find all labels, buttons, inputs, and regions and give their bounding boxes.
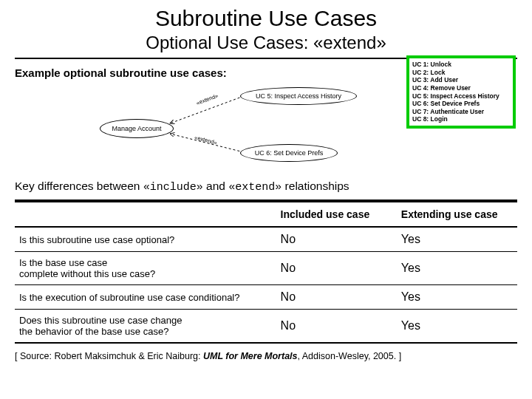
- included-answer: No: [276, 227, 397, 252]
- included-answer: No: [276, 252, 397, 285]
- extending-answer: Yes: [397, 310, 517, 344]
- uc-legend-item: UC 2: Lock: [412, 69, 510, 77]
- question-cell: Is the execution of subroutine use case …: [15, 285, 276, 310]
- slide-subtitle: Optional Use Cases: «extend»: [15, 33, 517, 53]
- extend-label: «extend»: [194, 134, 217, 146]
- table-row: Is this subroutine use case optional?NoY…: [15, 227, 517, 252]
- uc-legend-item: UC 1: Unlock: [412, 61, 510, 69]
- question-cell: Is the base use case complete without th…: [15, 252, 276, 285]
- key-differences-heading: Key differences between «include» and «e…: [15, 180, 517, 194]
- table-row: Does this subroutine use case change the…: [15, 310, 517, 344]
- use-case-ext1: UC 5: Inspect Access History: [240, 87, 357, 105]
- table-row: Is the base use case complete without th…: [15, 252, 517, 285]
- use-case-diagram: «extend» «extend» Manage Account UC 5: I…: [15, 83, 517, 172]
- extending-answer: Yes: [397, 252, 517, 285]
- col-question: [15, 201, 276, 227]
- included-answer: No: [276, 310, 397, 344]
- question-cell: Does this subroutine use case change the…: [15, 310, 276, 344]
- extending-answer: Yes: [397, 285, 517, 310]
- comparison-table-body: Is this subroutine use case optional?NoY…: [15, 227, 517, 343]
- extending-answer: Yes: [397, 227, 517, 252]
- question-cell: Is this subroutine use case optional?: [15, 227, 276, 252]
- col-included: Included use case: [276, 201, 397, 227]
- use-case-ext2: UC 6: Set Device Prefs: [240, 144, 338, 162]
- col-extending: Extending use case: [397, 201, 517, 227]
- source-citation: [ Source: Robert Maksimchuk & Eric Naibu…: [15, 351, 517, 361]
- table-row: Is the execution of subroutine use case …: [15, 285, 517, 310]
- included-answer: No: [276, 285, 397, 310]
- comparison-table: Included use case Extending use case Is …: [15, 200, 517, 344]
- use-case-base: Manage Account: [100, 119, 174, 138]
- slide-title: Subroutine Use Cases: [15, 6, 517, 31]
- extend-label: «extend»: [195, 92, 219, 106]
